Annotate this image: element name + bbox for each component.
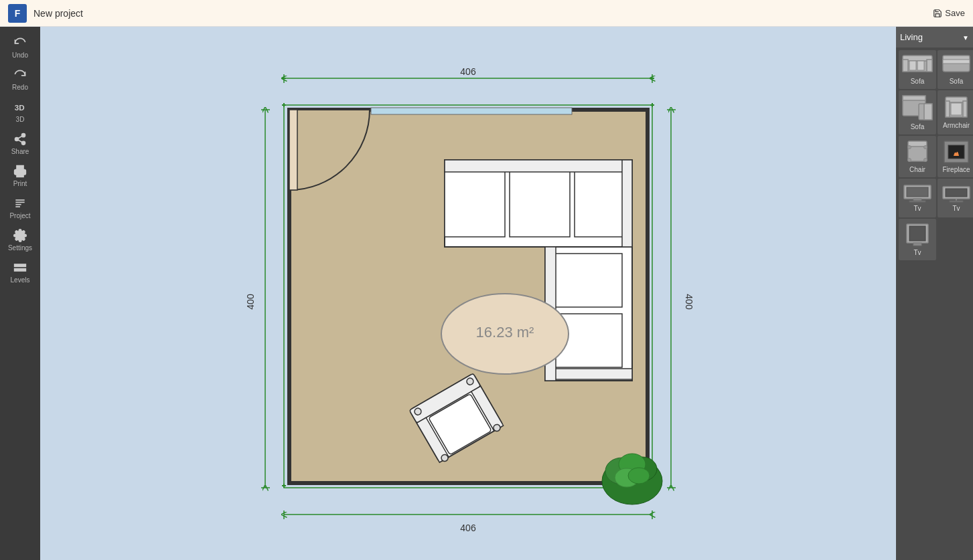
room-dropdown[interactable]: Living — [896, 27, 973, 48]
furniture-item-sofa2[interactable]: Sofa — [938, 50, 973, 89]
app-logo: F — [8, 4, 27, 23]
svg-rect-12 — [15, 269, 26, 271]
main: Undo Redo 3D 3D Share Print Project Sett… — [0, 27, 973, 560]
svg-rect-107 — [950, 201, 963, 202]
svg-text:400: 400 — [245, 294, 256, 310]
svg-rect-76 — [903, 60, 908, 72]
svg-rect-49 — [510, 170, 570, 237]
print-button[interactable]: Print — [3, 161, 38, 191]
svg-rect-90 — [963, 101, 967, 117]
svg-rect-53 — [445, 160, 632, 172]
svg-point-94 — [908, 159, 911, 162]
share-button[interactable]: Share — [3, 128, 38, 159]
canvas-area[interactable]: 406 406 400 400 — [40, 27, 896, 560]
svg-point-96 — [908, 146, 911, 149]
3d-button[interactable]: 3D 3D — [3, 96, 38, 127]
svg-rect-79 — [917, 61, 924, 70]
undo-button[interactable]: Undo — [3, 32, 38, 63]
svg-rect-109 — [909, 226, 925, 241]
svg-point-3 — [22, 141, 25, 145]
svg-rect-93 — [908, 141, 927, 147]
room-select-wrapper[interactable]: Living — [896, 27, 973, 48]
svg-rect-85 — [903, 96, 925, 100]
svg-rect-86 — [924, 104, 932, 120]
svg-line-5 — [18, 136, 22, 138]
furniture-item-armchair[interactable]: Armchair — [938, 90, 973, 134]
svg-line-4 — [18, 140, 22, 142]
svg-text:400: 400 — [684, 294, 694, 310]
svg-rect-13 — [15, 264, 26, 266]
svg-rect-110 — [913, 243, 921, 246]
svg-rect-91 — [951, 103, 962, 115]
svg-rect-55 — [545, 369, 632, 379]
room-svg: 406 406 400 400 — [217, 46, 719, 541]
save-button[interactable]: Save — [933, 8, 965, 18]
furniture-item-fireplace[interactable]: Fireplace — [938, 136, 973, 177]
svg-rect-77 — [927, 60, 932, 72]
top-bar-left: F New project — [8, 4, 83, 23]
furniture-item-tv1[interactable]: Tv — [899, 179, 936, 217]
right-sidebar: Living Sofa — [896, 27, 973, 560]
svg-rect-54 — [622, 160, 632, 247]
floor-plan-wrapper: 406 406 400 400 — [217, 46, 719, 541]
svg-text:16.23 m²: 16.23 m² — [476, 324, 534, 341]
project-title: New project — [33, 8, 83, 19]
svg-text:406: 406 — [460, 66, 476, 77]
furniture-item-tv3[interactable]: Tv — [899, 219, 936, 260]
top-bar: F New project Save — [0, 0, 973, 27]
svg-point-73 — [628, 468, 650, 484]
svg-point-97 — [924, 146, 927, 149]
left-sidebar: Undo Redo 3D 3D Share Print Project Sett… — [0, 27, 40, 560]
svg-rect-6 — [17, 173, 23, 177]
project-button[interactable]: Project — [3, 193, 38, 223]
svg-point-95 — [924, 159, 927, 162]
svg-rect-105 — [946, 189, 967, 197]
svg-text:406: 406 — [460, 523, 476, 533]
svg-rect-48 — [445, 170, 505, 237]
svg-point-2 — [15, 138, 19, 141]
svg-rect-89 — [946, 101, 950, 117]
svg-rect-50 — [575, 170, 628, 237]
redo-button[interactable]: Redo — [3, 64, 38, 95]
svg-text:3D: 3D — [15, 103, 25, 112]
svg-rect-99 — [948, 145, 964, 159]
furniture-item-sofa1[interactable]: Sofa — [899, 50, 936, 89]
svg-point-1 — [22, 134, 25, 137]
settings-button[interactable]: Settings — [3, 225, 38, 256]
levels-button[interactable]: Levels — [3, 257, 38, 288]
svg-rect-101 — [907, 187, 928, 197]
svg-rect-103 — [909, 201, 925, 202]
svg-rect-78 — [909, 61, 916, 70]
furniture-item-tv2[interactable]: Tv — [938, 179, 973, 217]
furniture-item-chair[interactable]: Chair — [899, 136, 936, 177]
svg-rect-82 — [943, 60, 970, 64]
svg-rect-51 — [555, 254, 622, 307]
svg-rect-43 — [289, 110, 370, 190]
svg-rect-44 — [289, 110, 297, 190]
furniture-grid: Sofa Sofa Sofa — [896, 48, 973, 263]
furniture-item-sofa3[interactable]: Sofa — [899, 90, 936, 134]
svg-rect-45 — [371, 108, 572, 114]
